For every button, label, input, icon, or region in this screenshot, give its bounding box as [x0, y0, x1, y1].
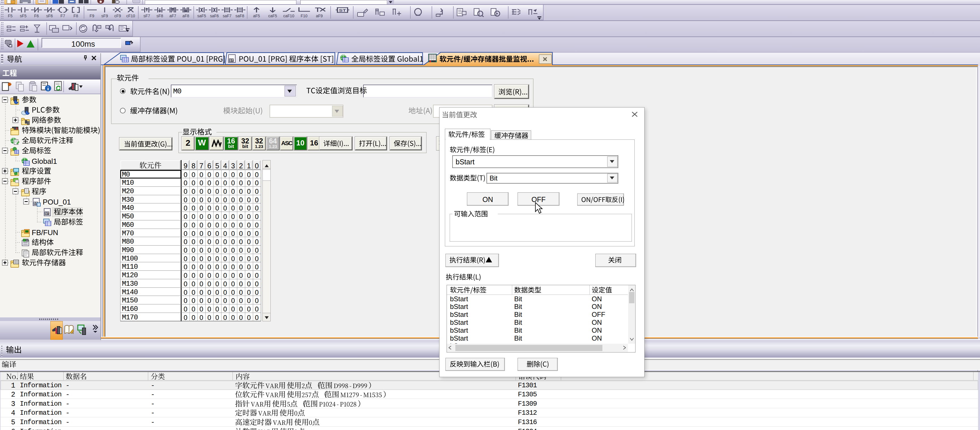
svg-text:ST: ST — [339, 8, 346, 13]
svg-text:ST: ST — [45, 212, 49, 215]
svg-text:ST: ST — [229, 59, 233, 62]
